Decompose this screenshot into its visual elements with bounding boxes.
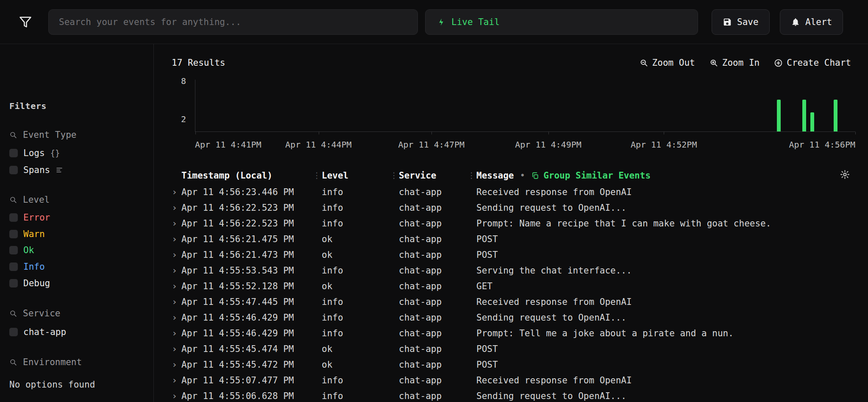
spans-icon bbox=[56, 166, 63, 174]
chevron-right-icon[interactable]: › bbox=[172, 360, 181, 369]
x-tick-mark bbox=[548, 132, 549, 134]
cell-service: chat-app bbox=[399, 265, 476, 276]
table-settings-gear-icon[interactable] bbox=[840, 170, 850, 179]
table-row[interactable]: › Apr 11 4:55:47.445 PM info chat-app Re… bbox=[154, 294, 868, 310]
chevron-right-icon[interactable]: › bbox=[172, 297, 181, 307]
filter-option-spans[interactable]: Spans bbox=[9, 162, 63, 179]
cell-service: chat-app bbox=[399, 313, 476, 323]
filter-section-event-type[interactable]: Event Type bbox=[9, 126, 76, 143]
cell-level: info bbox=[322, 391, 399, 401]
zoom-in-button[interactable]: Zoom In bbox=[709, 58, 760, 68]
level-checkbox[interactable] bbox=[9, 262, 18, 271]
chevron-right-icon[interactable]: › bbox=[172, 250, 181, 260]
lightning-bolt-icon bbox=[437, 17, 446, 27]
chevron-right-icon[interactable]: › bbox=[172, 219, 181, 228]
spans-checkbox[interactable] bbox=[9, 166, 18, 174]
level-filter-option[interactable]: Warn bbox=[9, 226, 150, 243]
cell-message: POST bbox=[476, 234, 868, 244]
level-checkbox[interactable] bbox=[9, 230, 18, 238]
chevron-right-icon[interactable]: › bbox=[172, 203, 181, 212]
cell-timestamp: Apr 11 4:56:21.473 PM bbox=[181, 250, 322, 260]
section-label: Event Type bbox=[23, 130, 76, 140]
table-row[interactable]: › Apr 11 4:56:23.446 PM info chat-app Re… bbox=[154, 184, 868, 200]
cell-level: info bbox=[322, 265, 399, 276]
filter-funnel-icon[interactable] bbox=[19, 15, 32, 29]
column-divider-icon[interactable]: ⋮ bbox=[467, 170, 476, 180]
chevron-right-icon[interactable]: › bbox=[172, 391, 181, 401]
table-row[interactable]: › Apr 11 4:55:45.472 PM ok chat-app POST bbox=[154, 357, 868, 372]
live-tail-button[interactable]: Live Tail bbox=[425, 9, 698, 35]
cell-message: GET bbox=[476, 281, 868, 291]
chevron-right-icon[interactable]: › bbox=[172, 282, 181, 291]
level-filter-option[interactable]: Error bbox=[9, 209, 150, 226]
chevron-right-icon[interactable]: › bbox=[172, 329, 181, 338]
table-row[interactable]: › Apr 11 4:56:21.473 PM ok chat-app POST bbox=[154, 247, 868, 262]
table-row[interactable]: › Apr 11 4:55:06.628 PM info chat-app Se… bbox=[154, 388, 868, 402]
level-checkbox[interactable] bbox=[9, 279, 18, 288]
chart-bar[interactable] bbox=[802, 100, 806, 131]
zoom-out-icon bbox=[640, 59, 648, 67]
chevron-right-icon[interactable]: › bbox=[172, 344, 181, 354]
chart-bar[interactable] bbox=[834, 100, 837, 131]
table-row[interactable]: › Apr 11 4:55:46.429 PM info chat-app Se… bbox=[154, 310, 868, 325]
search-input[interactable] bbox=[49, 17, 417, 27]
x-tick-label: Apr 11 4:41PM bbox=[195, 139, 262, 150]
column-header-level[interactable]: Level bbox=[322, 170, 399, 181]
results-bar: 17 Results Zoom Out Zoom In bbox=[172, 55, 851, 70]
chart-y-axis-labels: 8 2 bbox=[154, 80, 189, 132]
chart-bar[interactable] bbox=[777, 100, 781, 131]
cell-service: chat-app bbox=[399, 297, 476, 307]
cell-level: ok bbox=[322, 234, 399, 244]
table-row[interactable]: › Apr 11 4:55:45.474 PM ok chat-app POST bbox=[154, 341, 868, 357]
cell-service: chat-app bbox=[399, 234, 476, 244]
filter-section-environment[interactable]: Environment bbox=[9, 354, 82, 371]
alert-button[interactable]: Alert bbox=[780, 9, 843, 35]
table-row[interactable]: › Apr 11 4:55:46.429 PM info chat-app Pr… bbox=[154, 325, 868, 341]
chevron-right-icon[interactable]: › bbox=[172, 313, 181, 322]
group-similar-events-button[interactable]: Group Similar Events bbox=[531, 170, 651, 181]
main-panel: 17 Results Zoom Out Zoom In bbox=[154, 44, 868, 402]
chevron-right-icon[interactable]: › bbox=[172, 187, 181, 197]
column-divider-icon[interactable]: ⋮ bbox=[390, 170, 398, 180]
level-filter-option[interactable]: Ok bbox=[9, 242, 150, 259]
cell-level: ok bbox=[322, 360, 399, 370]
level-label: Error bbox=[23, 212, 50, 223]
filter-option-chat-app[interactable]: chat-app bbox=[9, 324, 66, 341]
x-tick-label: Apr 11 4:56PM bbox=[789, 139, 855, 150]
filter-option-logs[interactable]: Logs {} bbox=[9, 145, 60, 162]
filter-section-service[interactable]: Service bbox=[9, 305, 61, 322]
chevron-right-icon[interactable]: › bbox=[172, 376, 181, 385]
zoom-in-icon bbox=[709, 59, 718, 67]
chart-bar[interactable] bbox=[810, 112, 814, 131]
column-header-message[interactable]: Message bbox=[476, 170, 514, 181]
cell-timestamp: Apr 11 4:55:47.445 PM bbox=[181, 297, 322, 307]
table-row[interactable]: › Apr 11 4:55:52.128 PM ok chat-app GET bbox=[154, 278, 868, 294]
logs-checkbox[interactable] bbox=[9, 149, 18, 157]
x-tick-label: Apr 11 4:44PM bbox=[285, 139, 352, 150]
table-row[interactable]: › Apr 11 4:55:53.543 PM info chat-app Se… bbox=[154, 262, 868, 278]
chevron-right-icon[interactable]: › bbox=[172, 266, 181, 275]
service-checkbox[interactable] bbox=[9, 328, 18, 336]
level-checkbox[interactable] bbox=[9, 246, 18, 254]
level-label: Debug bbox=[23, 278, 50, 288]
save-button[interactable]: Save bbox=[712, 9, 770, 35]
table-row[interactable]: › Apr 11 4:55:07.477 PM info chat-app Re… bbox=[154, 372, 868, 388]
cell-timestamp: Apr 11 4:56:21.475 PM bbox=[181, 234, 322, 244]
level-filter-option[interactable]: Info bbox=[9, 259, 150, 275]
level-filter-option[interactable]: Debug bbox=[9, 275, 150, 291]
table-row[interactable]: › Apr 11 4:56:22.523 PM info chat-app Pr… bbox=[154, 215, 868, 231]
filter-section-level[interactable]: Level bbox=[9, 191, 50, 208]
cell-message: Prompt: Name a recipe that I can make wi… bbox=[476, 218, 868, 229]
level-label: Ok bbox=[23, 245, 34, 255]
table-row[interactable]: › Apr 11 4:56:22.523 PM info chat-app Se… bbox=[154, 200, 868, 215]
cell-message: Received response from OpenAI bbox=[476, 187, 868, 197]
level-checkbox[interactable] bbox=[9, 213, 18, 222]
zoom-out-button[interactable]: Zoom Out bbox=[640, 58, 695, 68]
table-row[interactable]: › Apr 11 4:56:21.475 PM ok chat-app POST bbox=[154, 231, 868, 247]
create-chart-button[interactable]: Create Chart bbox=[774, 58, 851, 68]
braces-icon: {} bbox=[50, 148, 60, 158]
chevron-right-icon[interactable]: › bbox=[172, 234, 181, 244]
column-divider-icon[interactable]: ⋮ bbox=[313, 170, 321, 180]
column-header-timestamp[interactable]: Timestamp (Local) bbox=[181, 170, 322, 181]
column-header-service[interactable]: Service bbox=[399, 170, 476, 181]
